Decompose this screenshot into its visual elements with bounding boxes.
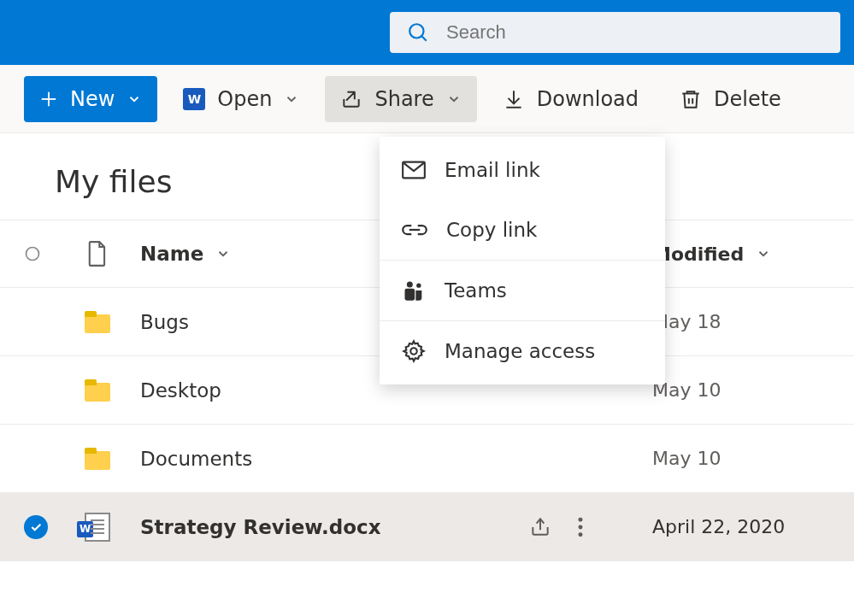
app-topbar	[0, 0, 854, 65]
trash-icon	[680, 88, 702, 110]
column-label: Name	[140, 243, 203, 265]
svg-point-11	[410, 348, 416, 354]
folder-icon	[85, 379, 110, 402]
file-name[interactable]: Bugs	[140, 311, 189, 333]
gear-icon	[402, 339, 426, 363]
row-check[interactable]	[0, 515, 55, 539]
row-actions	[529, 516, 649, 538]
svg-point-12	[27, 248, 39, 261]
menu-label: Email link	[445, 159, 540, 181]
column-header-typeicon[interactable]	[55, 241, 140, 267]
file-modified: April 22, 2020	[649, 516, 854, 537]
menu-label: Manage access	[445, 340, 595, 362]
mail-icon	[402, 161, 426, 179]
svg-point-9	[416, 283, 421, 287]
new-button[interactable]: New	[24, 76, 157, 122]
row-typeicon	[55, 379, 140, 402]
file-name[interactable]: Documents	[140, 448, 252, 470]
share-label: Share	[374, 87, 433, 111]
share-icon[interactable]	[529, 516, 551, 538]
menu-manage-access[interactable]: Manage access	[380, 321, 665, 381]
delete-button[interactable]: Delete	[664, 76, 797, 122]
svg-point-14	[579, 525, 583, 529]
svg-point-8	[407, 282, 413, 288]
command-bar: New W Open Share Download Delete	[0, 65, 854, 133]
svg-point-13	[579, 517, 583, 521]
link-icon	[402, 220, 427, 239]
word-document-icon: W	[85, 513, 110, 542]
chevron-down-icon	[215, 246, 231, 261]
menu-copy-link[interactable]: Copy link	[380, 200, 665, 260]
chevron-down-icon	[756, 246, 771, 261]
plus-icon	[39, 90, 58, 109]
file-modified: May 10	[649, 379, 854, 401]
svg-line-1	[421, 36, 426, 40]
row-typeicon	[55, 448, 140, 470]
select-all-toggle[interactable]	[0, 245, 55, 262]
delete-label: Delete	[714, 87, 781, 111]
svg-point-15	[579, 532, 583, 537]
share-menu: Email link Copy link Teams Manage access	[380, 137, 665, 384]
chevron-down-icon	[127, 91, 142, 107]
open-button[interactable]: W Open	[168, 76, 315, 122]
word-app-icon: W	[183, 88, 205, 110]
open-label: Open	[217, 87, 272, 111]
column-header-modified[interactable]: Modified	[649, 243, 854, 265]
menu-teams[interactable]: Teams	[380, 261, 665, 320]
file-modified: May 18	[649, 311, 854, 332]
row-typeicon	[55, 311, 140, 333]
checkmark-icon	[24, 515, 48, 539]
share-button[interactable]: Share	[325, 76, 476, 122]
download-label: Download	[537, 87, 639, 111]
chevron-down-icon	[446, 91, 462, 107]
menu-label: Copy link	[446, 219, 537, 241]
row-typeicon: W	[55, 513, 140, 542]
more-icon[interactable]	[577, 516, 584, 538]
svg-rect-10	[405, 289, 415, 301]
file-name[interactable]: Strategy Review.docx	[140, 516, 381, 538]
menu-email-link[interactable]: Email link	[380, 140, 665, 200]
file-name[interactable]: Desktop	[140, 379, 221, 402]
folder-icon	[85, 448, 110, 470]
teams-icon	[402, 279, 426, 302]
download-icon	[503, 88, 525, 110]
search-input[interactable]	[445, 21, 823, 44]
chevron-down-icon	[284, 91, 299, 107]
file-modified: May 10	[649, 448, 854, 469]
file-row[interactable]: W Strategy Review.docx April 22, 2020	[0, 493, 854, 561]
file-icon	[87, 241, 108, 267]
file-row[interactable]: Documents May 10	[0, 425, 854, 493]
menu-label: Teams	[445, 279, 507, 302]
share-icon	[340, 88, 362, 110]
search-icon	[407, 21, 429, 44]
search-box[interactable]	[390, 12, 840, 53]
folder-icon	[85, 311, 110, 333]
svg-point-0	[409, 24, 423, 38]
new-label: New	[70, 87, 115, 111]
column-label: Modified	[652, 243, 744, 265]
download-button[interactable]: Download	[487, 76, 654, 122]
